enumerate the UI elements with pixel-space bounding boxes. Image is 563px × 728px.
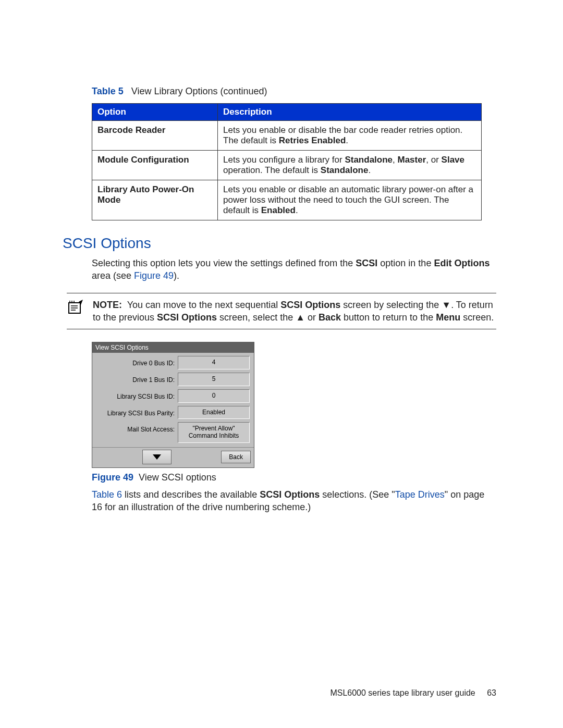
figure-49-label: Figure 49: [92, 472, 133, 483]
table-row: Module Configuration Lets you configure …: [92, 151, 482, 180]
note-label: NOTE:: [93, 300, 122, 310]
panel-rows: Drive 0 Bus ID: 4 Drive 1 Bus ID: 5 Libr…: [92, 353, 254, 447]
panel-bottom-bar: Back: [92, 447, 254, 467]
library-bus-id-label: Library SCSI Bus ID:: [96, 389, 178, 403]
mail-slot-value: "Prevent Allow" Command Inhibits: [178, 422, 250, 443]
page-footer: MSL6000 series tape library user guide 6…: [330, 688, 496, 698]
opt-module-config: Module Configuration: [92, 151, 218, 180]
note-text: NOTE: You can move to the next sequentia…: [93, 299, 496, 324]
page-container: Table 5 View Library Options (continued)…: [0, 0, 563, 728]
svg-marker-7: [153, 454, 161, 460]
drive0-label: Drive 0 Bus ID:: [96, 356, 178, 369]
table5-label: Table 5: [92, 86, 124, 96]
desc-module-config: Lets you configure a library for Standal…: [218, 151, 482, 180]
opt-auto-power-on: Library Auto Power-On Mode: [92, 180, 218, 220]
scsi-options-heading: SCSI Options: [63, 235, 496, 252]
panel-title: View SCSI Options: [92, 342, 254, 353]
table-header-row: Option Description: [92, 104, 482, 121]
drive0-value: 4: [178, 356, 250, 369]
next-page-button[interactable]: [142, 450, 172, 464]
panel-row: Drive 0 Bus ID: 4: [96, 356, 250, 369]
tape-drives-link[interactable]: Tape Drives: [395, 489, 445, 500]
th-description: Description: [218, 104, 482, 121]
scsi-intro-paragraph: Selecting this option lets you view the …: [92, 257, 496, 282]
figure-49-link[interactable]: Figure 49: [134, 270, 174, 281]
back-button[interactable]: Back: [221, 451, 251, 463]
opt-barcode-reader: Barcode Reader: [92, 121, 218, 151]
view-scsi-options-panel: View SCSI Options Drive 0 Bus ID: 4 Driv…: [92, 342, 254, 468]
closing-paragraph: Table 6 lists and describes the availabl…: [92, 488, 496, 514]
th-option: Option: [92, 104, 218, 121]
drive1-label: Drive 1 Bus ID:: [96, 373, 178, 386]
panel-row: Library SCSI Bus Parity: Enabled: [96, 406, 250, 419]
library-parity-value: Enabled: [178, 406, 250, 419]
mail-slot-label: Mail Slot Access:: [96, 422, 178, 443]
footer-title: MSL6000 series tape library user guide: [330, 688, 475, 697]
note-icon: [67, 299, 85, 315]
table-row: Library Auto Power-On Mode Lets you enab…: [92, 180, 482, 220]
desc-auto-power-on: Lets you enable or disable an automatic …: [218, 180, 482, 220]
panel-row: Library SCSI Bus ID: 0: [96, 389, 250, 403]
table-row: Barcode Reader Lets you enable or disabl…: [92, 121, 482, 151]
desc-barcode-reader: Lets you enable or disable the bar code …: [218, 121, 482, 151]
figure-49-title: View SCSI options: [139, 472, 216, 483]
chevron-down-icon: [152, 453, 162, 461]
library-bus-id-value: 0: [178, 389, 250, 403]
table5-title: View Library Options (continued): [131, 86, 267, 96]
panel-row: Drive 1 Bus ID: 5: [96, 373, 250, 386]
note-block: NOTE: You can move to the next sequentia…: [67, 293, 496, 330]
page-number: 63: [487, 688, 496, 697]
panel-row: Mail Slot Access: "Prevent Allow" Comman…: [96, 422, 250, 443]
table5: Option Description Barcode Reader Lets y…: [92, 103, 482, 220]
table5-caption: Table 5 View Library Options (continued): [92, 86, 496, 97]
table-6-link[interactable]: Table 6: [92, 489, 122, 500]
figure-49-caption: Figure 49 View SCSI options: [92, 472, 496, 483]
drive1-value: 5: [178, 373, 250, 386]
library-parity-label: Library SCSI Bus Parity:: [96, 406, 178, 419]
